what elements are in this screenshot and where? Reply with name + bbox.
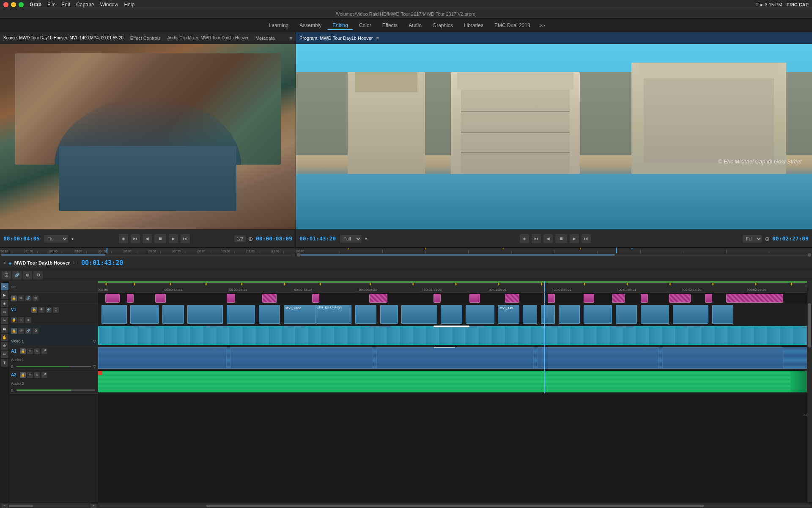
program-end-marker[interactable] xyxy=(808,253,811,257)
settings-tool[interactable]: ⚙ xyxy=(33,271,43,279)
a1-clip-4[interactable] xyxy=(537,347,658,369)
vid-clip-15[interactable] xyxy=(523,305,537,324)
source-play-back[interactable]: ◀ xyxy=(143,234,152,243)
clip-pink-13[interactable] xyxy=(612,294,625,303)
vid-clip-13[interactable] xyxy=(466,305,494,324)
vid-clip-20[interactable] xyxy=(641,305,669,324)
vid-clip-14[interactable]: MVI_145 xyxy=(498,305,519,324)
vid-clip-1[interactable] xyxy=(102,305,126,324)
track-a1-expand[interactable]: ▽ xyxy=(93,364,96,369)
clip-pink-1[interactable] xyxy=(105,294,120,303)
text-tool[interactable]: T xyxy=(1,359,8,367)
forward-select[interactable]: ▶ xyxy=(1,291,8,299)
tab-effects[interactable]: Effects xyxy=(377,21,403,30)
tab-graphics[interactable]: Graphics xyxy=(428,21,458,30)
vid-clip-18[interactable] xyxy=(584,305,612,324)
track-a2-lock[interactable]: 🔒 xyxy=(20,372,26,378)
menu-window[interactable]: Window xyxy=(100,2,118,8)
ripple-tool[interactable]: ◈ xyxy=(1,300,8,307)
source-tab-effects[interactable]: Effect Controls xyxy=(130,36,161,41)
program-start-marker[interactable] xyxy=(297,253,300,257)
track-v2-lock[interactable]: 🔒 xyxy=(11,328,17,334)
track-a1-solo[interactable]: S xyxy=(34,348,40,354)
track-v1-settings[interactable]: ⚙ xyxy=(53,307,59,313)
vid-clip-17[interactable] xyxy=(559,305,580,324)
vid1-thumb-1[interactable] xyxy=(134,326,155,327)
vid-clip-16[interactable] xyxy=(541,305,555,324)
track-v1-lock[interactable]: 🔒 xyxy=(31,307,37,313)
clip-pink-10[interactable] xyxy=(505,294,519,303)
clip-pink-11[interactable] xyxy=(548,294,555,303)
h-scroll-track[interactable] xyxy=(100,505,810,507)
timeline-panel-menu[interactable]: ≡ xyxy=(72,260,75,266)
track-a1-eye[interactable]: M xyxy=(27,348,33,354)
source-panel-menu[interactable]: ≡ xyxy=(290,36,292,41)
clip-pink-5[interactable] xyxy=(262,294,277,303)
track-v1-opt2[interactable]: ▷ xyxy=(18,317,24,323)
zoom-in-btn[interactable]: + xyxy=(91,504,96,508)
video1-main-clip[interactable] xyxy=(98,326,812,345)
v-scrollbar[interactable]: 0 -12 -18 -24 xyxy=(807,281,812,502)
track-a2-mute[interactable]: M xyxy=(27,372,33,378)
vid-clip-6[interactable] xyxy=(259,305,280,324)
slide-tool[interactable]: ⇆ xyxy=(1,325,8,333)
a1-clip-5[interactable] xyxy=(662,347,784,369)
vid-clip-2[interactable] xyxy=(130,305,159,324)
vid-clip-8[interactable]: MVI_1344.MP4[V] xyxy=(316,305,351,324)
vid-clip-22[interactable] xyxy=(712,305,734,324)
tabs-more[interactable]: >> xyxy=(536,21,549,30)
a1-clip-1[interactable] xyxy=(98,347,227,369)
clip-pink-17[interactable] xyxy=(726,294,783,303)
source-chevron[interactable]: ▼ xyxy=(71,237,74,241)
program-step-back[interactable]: ⏮ xyxy=(532,234,541,243)
vid-clip-12[interactable] xyxy=(441,305,462,324)
source-play[interactable]: ▶ xyxy=(169,234,178,243)
zoom-slider-track[interactable] xyxy=(9,505,89,507)
vid1-thumb-4[interactable] xyxy=(369,326,391,327)
a1-clip-3[interactable] xyxy=(376,347,533,369)
vid-clip-21[interactable] xyxy=(673,305,708,324)
snap-tool[interactable]: ⊡ xyxy=(2,271,11,279)
pen-tool[interactable]: ✏ xyxy=(1,351,8,358)
track-a1-lock[interactable]: 🔒 xyxy=(20,348,26,354)
clip-pink-3[interactable] xyxy=(155,294,166,303)
program-step-fwd[interactable]: ⏭ xyxy=(582,234,591,243)
tab-audio[interactable]: Audio xyxy=(403,21,427,30)
zoom-tool[interactable]: ⊕ xyxy=(1,342,8,350)
source-zoom-icon[interactable]: ⊕ xyxy=(248,235,253,242)
vid-clip-3[interactable] xyxy=(162,305,184,324)
v-scroll-thumb[interactable] xyxy=(808,303,811,347)
program-add-marker[interactable]: ◈ xyxy=(520,234,529,243)
vid-clip-10[interactable] xyxy=(380,305,398,324)
source-step-back[interactable]: ⏮ xyxy=(131,234,140,243)
source-tab-meta[interactable]: Metadata xyxy=(255,36,275,41)
track-a1-volume[interactable] xyxy=(16,366,91,367)
program-zoom-select[interactable]: Full xyxy=(743,235,762,243)
vid1-thumb-3[interactable] xyxy=(284,326,305,327)
menu-edit[interactable]: Edit xyxy=(61,2,70,8)
razor-tool[interactable]: ✂ xyxy=(1,317,8,324)
source-step-fwd[interactable]: ⏭ xyxy=(181,234,190,243)
zoom-slider-thumb[interactable] xyxy=(9,505,33,507)
program-zoom-icon[interactable]: ⊕ xyxy=(765,235,770,242)
clip-pink-6[interactable] xyxy=(312,294,319,303)
timeline-close[interactable]: × xyxy=(3,261,6,265)
link-tool[interactable]: 🔗 xyxy=(12,271,22,279)
source-add-marker[interactable]: ◈ xyxy=(119,234,128,243)
track-v2-link[interactable]: 🔗 xyxy=(25,328,31,334)
tab-learning[interactable]: Learning xyxy=(264,21,294,30)
zoom-out-btn[interactable]: − xyxy=(2,504,8,508)
track-v1top-link[interactable]: 🔗 xyxy=(25,295,31,301)
vid-clip-19[interactable] xyxy=(616,305,637,324)
track-v1-eye[interactable]: 👁 xyxy=(38,307,44,313)
menu-capture[interactable]: Capture xyxy=(76,2,94,8)
clip-pink-14[interactable] xyxy=(641,294,648,303)
track-a2-volume[interactable] xyxy=(16,389,95,391)
track-v1top-eye[interactable]: 👁 xyxy=(18,295,24,301)
vid1-thumb-8[interactable] xyxy=(683,326,705,327)
track-v2-eye[interactable]: 👁 xyxy=(18,328,24,334)
vid-clip-4[interactable] xyxy=(187,305,223,324)
source-end-marker[interactable] xyxy=(291,253,295,257)
track-v1-link[interactable]: 🔗 xyxy=(46,307,52,313)
vid1-thumb-7[interactable] xyxy=(612,326,634,327)
